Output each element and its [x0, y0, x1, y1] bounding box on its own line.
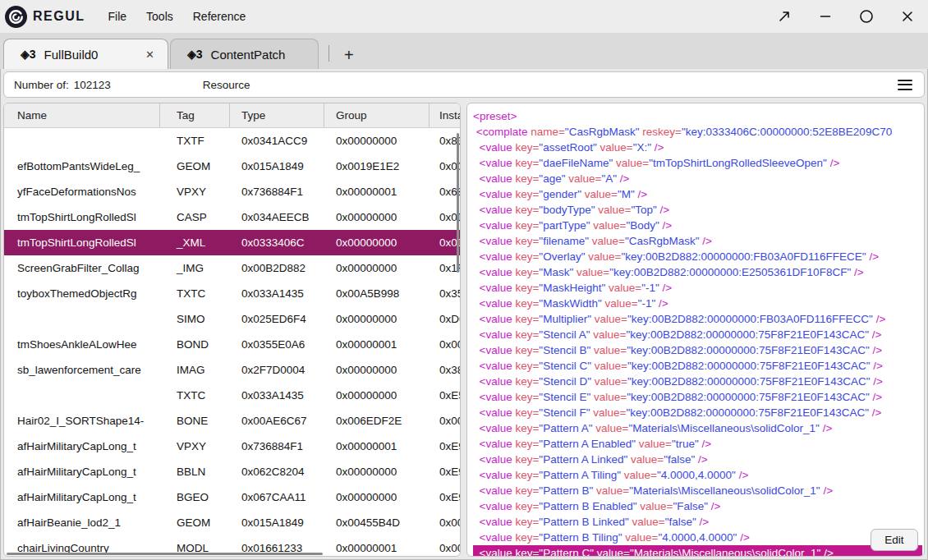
cell-instance: 0x00: [430, 338, 460, 351]
code-line[interactable]: <value key="Pattern B" value="Materials\…: [473, 483, 922, 498]
cell-tag: BONE: [160, 415, 230, 427]
cell-instance: 0x00: [430, 516, 460, 529]
menu-tools[interactable]: Tools: [136, 5, 183, 28]
table-row[interactable]: tmTopShirtLongRolledSl CASP 0x034AEECB 0…: [4, 204, 460, 230]
resource-table-pane: Name Tag Type Group Instance TXTF 0x0341…: [3, 103, 461, 557]
table-row[interactable]: ScreenGrabFilter_Collag _IMG 0x00B2D882 …: [4, 255, 460, 281]
table-row[interactable]: tmTopShirtLongRolledSl _XML 0x0333406C 0…: [4, 230, 460, 255]
code-line[interactable]: <value key="Mask" value="key:00B2D882:00…: [473, 264, 922, 280]
code-line[interactable]: <value key="Stencil C" value="key:00B2D8…: [473, 358, 922, 374]
table-row[interactable]: Hair02_I_SORTShape14- BONE 0x00AE6C67 0x…: [4, 408, 460, 434]
code-line[interactable]: <value key="Pattern B Linked" value="fal…: [473, 514, 922, 530]
table-row[interactable]: afHairMilitaryCapLong_t BBLN 0x062C8204 …: [4, 459, 460, 484]
table-row[interactable]: sb_lawenforcement_care IMAG 0x2F7D0004 0…: [4, 357, 460, 383]
code-line[interactable]: <value key="Pattern B Enabled" value="Fa…: [473, 498, 922, 514]
hamburger-menu-button[interactable]: [896, 76, 914, 94]
cell-name: tmTopShirtLongRolledSl: [4, 236, 160, 249]
new-tab-button[interactable]: +: [338, 46, 361, 65]
menu-file[interactable]: File: [99, 5, 137, 28]
code-line[interactable]: <value key="Multiplier" value="key:00B2D…: [473, 311, 922, 327]
tab-separator: [328, 45, 329, 62]
code-line[interactable]: <value key="MaskHeight" value="-1" />: [473, 280, 922, 296]
maximize-button[interactable]: [846, 0, 887, 33]
table-row[interactable]: tmShoesAnkleALowHee BOND 0x0355E0A6 0x00…: [4, 332, 460, 357]
expand-window-button[interactable]: [764, 0, 805, 33]
table-row[interactable]: SIMO 0x025ED6F4 0x00000000 0xD6: [4, 306, 460, 332]
table-row[interactable]: TXTF 0x0341ACC9 0x00000000 0x83: [4, 128, 460, 154]
menubar: File Tools Reference: [99, 5, 256, 28]
code-line[interactable]: <value key="Stencil D" value="key:00B2D8…: [473, 374, 922, 389]
tab-fullbuild0[interactable]: ◈3 FullBuild0 ✕: [3, 39, 168, 69]
minimize-icon: [817, 8, 834, 25]
cell-type: 0x00AE6C67: [230, 415, 324, 427]
cell-group: 0x00000000: [324, 364, 430, 376]
close-button[interactable]: [887, 0, 928, 33]
code-line[interactable]: <value key="daeFileName" value="tmTopShi…: [473, 155, 922, 171]
minimize-button[interactable]: [805, 0, 846, 33]
code-line[interactable]: <value key="gender" value="M" />: [473, 186, 922, 202]
cell-tag: CASP: [160, 211, 230, 223]
code-line[interactable]: <value key="assetRoot" value="X:" />: [473, 140, 922, 155]
column-header-name[interactable]: Name: [4, 103, 160, 127]
cell-tag: BGEO: [160, 491, 230, 503]
cell-type: 0x015A1849: [230, 160, 324, 172]
code-line[interactable]: <value key="Pattern B Tiling" value="4.0…: [473, 530, 922, 545]
menu-reference[interactable]: Reference: [183, 5, 256, 28]
cell-type: 0x0333406C: [230, 236, 324, 249]
cell-tag: GEOM: [160, 516, 230, 529]
cell-name: efBottomPantsWideLeg_: [4, 160, 160, 172]
code-line[interactable]: <value key="MaskWidth" value="-1" />: [473, 296, 922, 311]
tab-bar: ◈3 FullBuild0 ✕ ◈3 ContentPatch +: [0, 33, 928, 69]
window-controls: [764, 0, 928, 33]
cell-group: 0x0019E1E2: [324, 160, 430, 172]
code-line[interactable]: <value key="Pattern A" value="Materials\…: [473, 420, 922, 436]
code-line[interactable]: <value key="bodyType" value="Top" />: [473, 202, 922, 218]
titlebar[interactable]: REGUL File Tools Reference: [0, 0, 928, 33]
code-line[interactable]: <value key="Pattern A Enabled" value="tr…: [473, 436, 922, 452]
code-line[interactable]: <value key="partType" value="Body" />: [473, 218, 922, 233]
code-line[interactable]: <value key="filename" value="CasRgbMask"…: [473, 233, 922, 249]
table-row[interactable]: afHairBeanie_lod2_1 GEOM 0x015A1849 0x00…: [4, 510, 460, 535]
code-line[interactable]: <value key="Stencil E" value="key:00B2D8…: [473, 389, 922, 405]
tab-contentpatch[interactable]: ◈3 ContentPatch: [170, 39, 319, 69]
package-icon: ◈3: [21, 48, 36, 61]
cell-instance: 0x1F: [430, 262, 460, 274]
cell-tag: TXTC: [160, 389, 230, 402]
table-row[interactable]: toyboxThemedObjectRg TXTC 0x033A1435 0x0…: [4, 281, 460, 306]
code-line[interactable]: <complate name="CasRgbMask" reskey="key:…: [473, 124, 922, 140]
horizontal-scrollbar[interactable]: [7, 553, 323, 555]
table-row[interactable]: afHairMilitaryCapLong_t BGEO 0x067CAA11 …: [4, 484, 460, 510]
code-line[interactable]: <value key="Stencil B" value="key:00B2D8…: [473, 342, 922, 358]
code-line[interactable]: <value key="Stencil A" value="key:00B2D8…: [473, 327, 922, 342]
code-line[interactable]: <value key="Pattern A Tiling" value="4.0…: [473, 467, 922, 483]
code-line[interactable]: <value key="Pattern A Linked" value="fal…: [473, 452, 922, 467]
cell-name: Hair02_I_SORTShape14-: [4, 415, 160, 427]
column-header-type[interactable]: Type: [230, 103, 324, 127]
table-row[interactable]: afHairMilitaryCapLong_t VPXY 0x736884F1 …: [4, 434, 460, 459]
code-line[interactable]: <value key="Stencil F" value="key:00B2D8…: [473, 405, 922, 420]
close-tab-icon[interactable]: ✕: [142, 47, 158, 62]
code-line[interactable]: <value key="Overlay" value="key:00B2D882…: [473, 249, 922, 264]
cell-type: 0x062C8204: [230, 466, 324, 478]
table-row[interactable]: TXTC 0x033A1435 0x00000000 0xE5: [4, 383, 460, 408]
code-line[interactable]: <value key="age" value="A" />: [473, 171, 922, 186]
edit-button[interactable]: Edit: [871, 529, 918, 551]
xml-editor[interactable]: <preset> <complate name="CasRgbMask" res…: [473, 108, 922, 556]
table-row[interactable]: yfFaceDeformationsNos VPXY 0x736884F1 0x…: [4, 179, 460, 204]
code-line[interactable]: <preset>: [473, 108, 922, 124]
code-line[interactable]: <value key="Pattern C" value="Materials\…: [473, 545, 922, 556]
cell-name: afHairBeanie_lod2_1: [4, 516, 160, 529]
cell-group: 0x00000000: [324, 313, 430, 325]
cell-name: afHairMilitaryCapLong_t: [4, 440, 160, 452]
resource-label[interactable]: Resource: [203, 79, 250, 91]
cell-tag: IMAG: [160, 364, 230, 376]
cell-tag: TXTC: [160, 287, 230, 300]
vertical-scrollbar[interactable]: [457, 133, 459, 273]
cell-instance: 0x35: [430, 287, 460, 300]
column-header-group[interactable]: Group: [324, 103, 430, 127]
package-icon: ◈3: [187, 48, 203, 61]
table-row[interactable]: efBottomPantsWideLeg_ GEOM 0x015A1849 0x…: [4, 154, 460, 179]
column-header-instance[interactable]: Instance: [430, 103, 460, 127]
column-header-tag[interactable]: Tag: [160, 103, 230, 127]
main-content: Name Tag Type Group Instance TXTF 0x0341…: [0, 103, 928, 557]
